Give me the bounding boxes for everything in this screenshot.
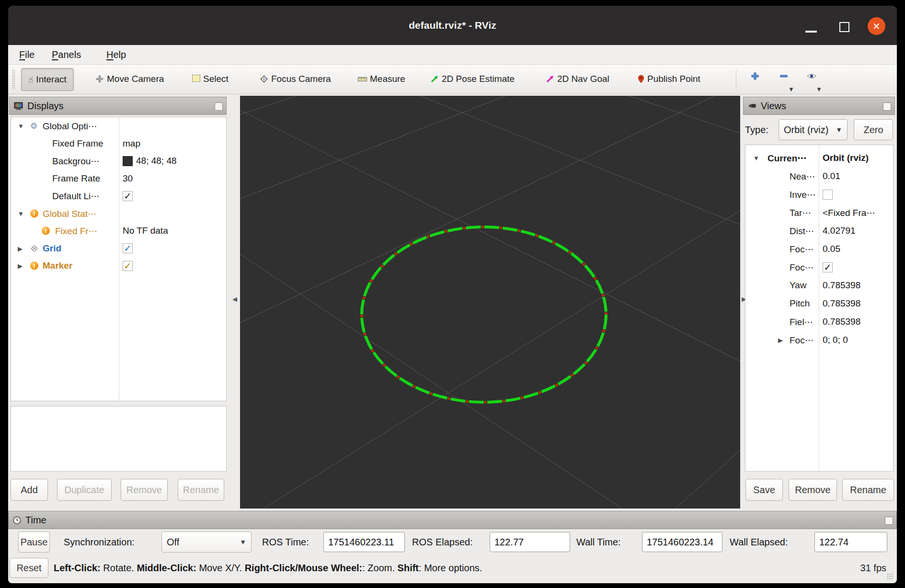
displays-row-value[interactable]: No TF data <box>123 226 168 236</box>
menu-bar: FilePanelsHelp <box>8 45 897 65</box>
minus-tool-button[interactable] <box>778 71 790 83</box>
menu-help[interactable]: Help <box>106 45 126 64</box>
synchronization-dropdown[interactable]: Off ▼ <box>161 531 252 553</box>
pause-button[interactable]: Pause <box>18 531 50 553</box>
remove-button[interactable]: Remove <box>789 479 837 501</box>
views-row-1[interactable]: Nea⋯0.01 <box>745 167 893 185</box>
views-row-value[interactable]: Orbit (rviz) <box>823 153 869 163</box>
expand-arrow-icon[interactable]: ▶ <box>778 337 783 344</box>
view-type-label: Type: <box>745 119 768 140</box>
tool-select[interactable]: Select <box>192 68 229 90</box>
monitor-icon <box>14 102 23 110</box>
panel-dock-button[interactable] <box>885 517 893 525</box>
save-button[interactable]: Save <box>745 479 783 501</box>
grid-icon <box>30 244 38 252</box>
tool-publish-point[interactable]: Publish Point <box>638 68 700 90</box>
displays-row-7[interactable]: ▶Grid✓ <box>11 240 226 258</box>
views-row-2[interactable]: Inve⋯ <box>745 185 893 204</box>
tool-interact[interactable]: ☝Interact <box>21 68 74 91</box>
toolbar-drag-handle[interactable] <box>12 69 15 89</box>
color-swatch[interactable] <box>123 156 133 166</box>
collapse-arrow-icon[interactable]: ▼ <box>18 210 24 217</box>
displays-row-2[interactable]: Backgrou⋯48; 48; 48 <box>11 152 226 170</box>
views-row-value[interactable]: 0.785398 <box>823 280 860 291</box>
collapse-arrow-icon[interactable]: ▼ <box>18 123 24 130</box>
views-row-value[interactable]: 4.02791 <box>823 226 856 236</box>
views-row-3[interactable]: Tar⋯<Fixed Fra⋯ <box>745 204 893 222</box>
view-type-dropdown[interactable]: Orbit (rviz) ▼ <box>779 119 848 140</box>
synchronization-value: Off <box>167 537 179 548</box>
maximize-button[interactable] <box>839 22 849 32</box>
checkbox[interactable]: ✓ <box>123 191 133 201</box>
views-row-4[interactable]: Dist⋯4.02791 <box>745 222 893 240</box>
views-row-10[interactable]: ▶Foc⋯0; 0; 0 <box>745 331 893 349</box>
close-button[interactable]: ✕ <box>868 17 885 35</box>
chevron-down-icon: ▼ <box>240 538 246 546</box>
tool-focus-camera[interactable]: Focus Camera <box>260 68 331 90</box>
plus-tool-button[interactable] <box>749 71 761 83</box>
rename-button[interactable]: Rename <box>178 479 224 501</box>
displays-row-value[interactable]: 30 <box>123 173 133 184</box>
checkbox[interactable] <box>823 190 833 200</box>
tool-2d-pose-estimate[interactable]: 2D Pose Estimate <box>430 68 515 90</box>
views-row-value[interactable]: 0.05 <box>823 244 840 254</box>
tool-measure[interactable]: Measure <box>358 68 405 90</box>
displays-row-label: Default Li⋯ <box>52 191 100 202</box>
ros-time-field[interactable]: 1751460223.11 <box>323 532 405 552</box>
chevron-down-icon[interactable]: ▼ <box>788 86 794 93</box>
displays-row-label: Backgrou⋯ <box>52 156 100 167</box>
views-row-6[interactable]: Foc⋯✓ <box>745 258 893 276</box>
expand-arrow-icon[interactable]: ▶ <box>18 245 23 252</box>
displays-row-6[interactable]: !Fixed Fr⋯No TF data <box>11 222 226 240</box>
zero-button[interactable]: Zero <box>854 119 893 140</box>
add-button[interactable]: Add <box>11 479 48 501</box>
duplicate-button[interactable]: Duplicate <box>57 479 112 501</box>
resize-grip[interactable] <box>887 573 893 579</box>
menu-panels[interactable]: Panels <box>52 45 81 64</box>
displays-row-8[interactable]: ▶!Marker✓ <box>11 257 226 275</box>
displays-row-4[interactable]: Default Li⋯✓ <box>11 187 226 205</box>
views-row-9[interactable]: Fiel⋯0.785398 <box>745 313 893 331</box>
3d-viewport[interactable] <box>240 96 740 509</box>
remove-button[interactable]: Remove <box>121 479 168 501</box>
views-row-value[interactable]: <Fixed Fra⋯ <box>823 207 875 218</box>
views-row-8[interactable]: Pitch0.785398 <box>745 294 893 313</box>
expand-arrow-icon[interactable]: ▶ <box>18 262 23 270</box>
views-row-7[interactable]: Yaw0.785398 <box>745 276 893 294</box>
collapse-arrow-icon[interactable]: ▼ <box>753 155 759 162</box>
collapse-left-panel-arrow-icon[interactable]: ◀ <box>232 295 237 303</box>
eye-tool-button[interactable] <box>805 71 818 83</box>
minimize-button[interactable] <box>805 31 817 33</box>
wall-elapsed-field[interactable]: 122.74 <box>814 532 887 552</box>
panel-dock-button[interactable] <box>883 102 891 111</box>
views-row-5[interactable]: Foc⋯0.05 <box>745 240 893 258</box>
checkbox[interactable]: ✓ <box>123 261 133 271</box>
displays-row-value[interactable]: map <box>123 138 140 149</box>
views-row-value[interactable]: 0.785398 <box>823 317 860 327</box>
views-row-label: Foc⋯ <box>790 262 814 273</box>
menu-file[interactable]: File <box>19 45 34 64</box>
displays-row-1[interactable]: Fixed Framemap <box>11 135 226 153</box>
displays-row-value[interactable]: 48; 48; 48 <box>136 156 177 166</box>
displays-row-5[interactable]: ▼!Global Stat⋯ <box>11 205 226 223</box>
checkbox[interactable]: ✓ <box>123 243 133 253</box>
rviz-window: default.rviz* - RViz ✕ FilePanelsHelp ☝I… <box>8 6 897 583</box>
views-row-0[interactable]: ▼Curren⋯Orbit (rviz) <box>745 149 893 167</box>
rename-button[interactable]: Rename <box>842 479 894 501</box>
tool-2d-nav-goal[interactable]: 2D Nav Goal <box>546 68 609 90</box>
checkbox[interactable]: ✓ <box>823 262 833 272</box>
ros-elapsed-field[interactable]: 122.77 <box>490 532 570 552</box>
wall-time-field[interactable]: 1751460223.14 <box>642 532 722 552</box>
displays-row-label: Marker <box>43 260 72 271</box>
help-segment: Move X/Y. <box>196 563 245 574</box>
displays-row-3[interactable]: Frame Rate30 <box>11 170 226 188</box>
toolbar-separator <box>736 70 736 88</box>
chevron-down-icon[interactable]: ▼ <box>816 86 822 93</box>
views-row-value[interactable]: 0.01 <box>823 171 840 181</box>
panel-dock-button[interactable] <box>215 102 223 111</box>
views-row-value[interactable]: 0; 0; 0 <box>823 335 848 345</box>
views-row-value[interactable]: 0.785398 <box>823 298 860 309</box>
reset-button[interactable]: Reset <box>10 558 48 578</box>
displays-row-0[interactable]: ▼⚙Global Opti⋯ <box>11 117 226 135</box>
tool-move-camera[interactable]: Move Camera <box>95 68 164 90</box>
